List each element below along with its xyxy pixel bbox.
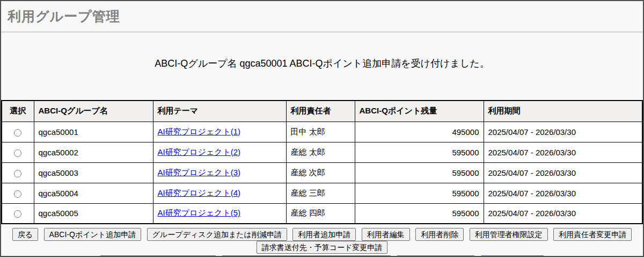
confirmation-message: ABCI-Qグループ名 qgca50001 ABCI-Qポイント追加申請を受け付… <box>1 57 643 69</box>
manager-cell: 産総 次郎 <box>286 162 355 183</box>
col-header-group-name: ABCI-Qグループ名 <box>34 101 153 122</box>
usage-manager-change-request-button[interactable]: 利用責任者変更申請 <box>553 228 632 241</box>
group-name-cell: qgca50001 <box>34 122 153 142</box>
col-header-points: ABCI-Qポイント残量 <box>355 101 484 122</box>
table-row: qgca50001 AI研究プロジェクト(1) 田中 太郎 495000 202… <box>2 122 642 142</box>
group-name-cell: qgca50003 <box>34 162 153 183</box>
page-title: 利用グループ管理 <box>8 8 120 25</box>
usage-admin-permission-button[interactable]: 利用管理者権限設定 <box>470 228 548 241</box>
theme-link[interactable]: AI研究プロジェクト(3) <box>158 168 241 177</box>
usage-group-management-page: 利用グループ管理 ABCI-Qグループ名 qgca50001 ABCI-Qポイン… <box>0 0 644 257</box>
group-select-radio[interactable] <box>14 149 21 157</box>
points-cell: 595000 <box>355 203 484 224</box>
user-delete-button[interactable]: 利用者削除 <box>415 228 464 241</box>
col-header-theme: 利用テーマ <box>153 101 286 122</box>
table-row: qgca50005 AI研究プロジェクト(5) 産総 四郎 595000 202… <box>2 203 642 224</box>
action-button-bar: 戻る ABCI-Qポイント追加申請 グループディスク追加または削減申請 利用者追… <box>1 228 643 257</box>
points-cell: 595000 <box>355 183 484 203</box>
theme-link[interactable]: AI研究プロジェクト(4) <box>158 188 241 197</box>
theme-link[interactable]: AI研究プロジェクト(1) <box>158 127 241 136</box>
group-name-cell: qgca50005 <box>34 203 153 224</box>
group-select-radio[interactable] <box>14 129 21 137</box>
table-row: qgca50003 AI研究プロジェクト(3) 産総 次郎 595000 202… <box>2 162 642 183</box>
manager-cell: 産総 太郎 <box>286 142 355 162</box>
group-select-radio[interactable] <box>14 210 21 218</box>
manager-cell: 田中 太郎 <box>286 122 355 142</box>
group-select-radio[interactable] <box>14 170 21 177</box>
table-row: qgca50004 AI研究プロジェクト(4) 産総 三郎 595000 202… <box>2 183 642 203</box>
manager-cell: 産総 三郎 <box>286 183 355 203</box>
group-name-cell: qgca50004 <box>34 183 153 203</box>
points-cell: 495000 <box>355 122 484 142</box>
abciq-point-add-request-button[interactable]: ABCI-Qポイント追加申請 <box>44 228 142 241</box>
group-disk-add-remove-request-button[interactable]: グループディスク追加または削減申請 <box>147 228 287 241</box>
user-add-request-button[interactable]: 利用者追加申請 <box>292 228 356 241</box>
col-header-period: 利用期間 <box>484 101 642 122</box>
theme-link[interactable]: AI研究プロジェクト(2) <box>158 147 241 156</box>
col-header-manager: 利用責任者 <box>286 101 355 122</box>
back-button[interactable]: 戻る <box>12 228 38 241</box>
group-table: 選択 ABCI-Qグループ名 利用テーマ 利用責任者 ABCI-Qポイント残量 … <box>1 100 643 224</box>
manager-cell: 産総 四郎 <box>286 203 355 224</box>
period-cell: 2025/04/07 - 2026/03/30 <box>484 122 642 142</box>
period-cell: 2025/04/07 - 2026/03/30 <box>484 142 642 162</box>
points-cell: 595000 <box>355 142 484 162</box>
group-select-radio[interactable] <box>14 190 21 198</box>
period-cell: 2025/04/07 - 2026/03/30 <box>484 203 642 224</box>
points-cell: 595000 <box>355 162 484 183</box>
col-header-select: 選択 <box>2 101 34 122</box>
theme-link[interactable]: AI研究プロジェクト(5) <box>158 208 241 217</box>
period-cell: 2025/04/07 - 2026/03/30 <box>484 183 642 203</box>
group-name-cell: qgca50002 <box>34 142 153 162</box>
user-edit-button[interactable]: 利用者編集 <box>362 228 410 241</box>
page-header: 利用グループ管理 <box>1 1 643 32</box>
period-cell: 2025/04/07 - 2026/03/30 <box>484 162 642 183</box>
table-row: qgca50002 AI研究プロジェクト(2) 産総 太郎 595000 202… <box>2 142 642 162</box>
invoice-address-budget-code-change-button[interactable]: 請求書送付先・予算コード変更申請 <box>257 241 388 254</box>
table-header-row: 選択 ABCI-Qグループ名 利用テーマ 利用責任者 ABCI-Qポイント残量 … <box>2 101 642 122</box>
button-row-1: 戻る ABCI-Qポイント追加申請 グループディスク追加または削減申請 利用者追… <box>1 228 643 254</box>
